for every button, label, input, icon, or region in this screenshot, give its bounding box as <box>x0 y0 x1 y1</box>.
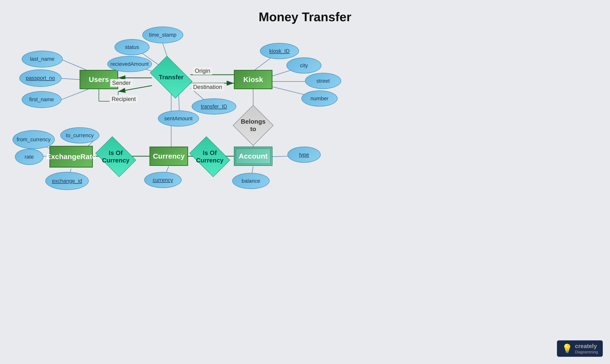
page-title: Money Transfer <box>0 0 610 24</box>
attribute-exchange-id: exchange_id <box>45 172 89 190</box>
entity-currency: Currency <box>149 147 188 166</box>
rel-label-recipient: Recipient <box>110 95 138 103</box>
relationship-is-of-currency-right: Is Of Currency <box>189 136 230 177</box>
attribute-passport-no: passport_no <box>19 69 62 87</box>
attribute-time-stamp: time_stamp <box>142 26 183 43</box>
attribute-status: status <box>115 39 149 55</box>
logo-container: 💡 creately Diagramming <box>557 340 603 357</box>
relationship-transfer: Transfer <box>150 56 193 99</box>
rel-label-destination: Destination <box>191 83 224 91</box>
rel-label-sender: Sender <box>110 79 133 87</box>
entity-exchange-rate: ExchangeRate <box>50 146 93 168</box>
attribute-recieved-amount: recievedAmount <box>107 56 152 72</box>
attribute-to-currency: to_currency <box>60 127 99 143</box>
attribute-number: number <box>301 91 337 106</box>
attribute-first-name: first_name <box>22 91 62 108</box>
attribute-last-name: last_name <box>22 51 63 67</box>
attribute-street: street <box>305 73 341 89</box>
diagram-container: Money Transfer <box>0 0 610 364</box>
relationship-is-of-currency-left: Is Of Currency <box>95 136 136 177</box>
attribute-rate: rate <box>15 149 43 165</box>
attribute-currency: currency <box>144 172 182 188</box>
logo-bulb-icon: 💡 <box>562 343 573 354</box>
attribute-balance: balance <box>232 173 270 189</box>
rel-label-origin: Origin <box>193 67 212 75</box>
attribute-from-currency: from_currency <box>13 130 55 149</box>
logo-text: creately Diagramming <box>575 343 598 354</box>
attribute-type: type <box>287 147 321 163</box>
attribute-kiosk-id: kiosk_ID <box>260 43 299 59</box>
relationship-belongs-to: Belongs to <box>233 105 274 146</box>
attribute-sent-amount: sentAmount <box>158 110 199 127</box>
svg-line-1 <box>60 78 79 79</box>
attribute-transfer-id: transfer_ID <box>192 98 236 115</box>
entity-account: Account <box>234 147 273 166</box>
entity-kiosk: Kiosk <box>234 70 273 89</box>
attribute-city: city <box>286 57 321 74</box>
connections-svg <box>0 0 610 364</box>
